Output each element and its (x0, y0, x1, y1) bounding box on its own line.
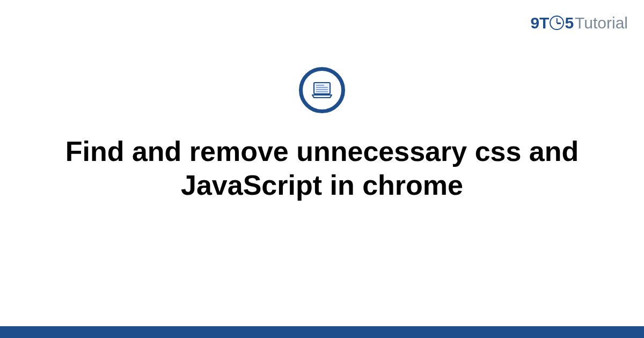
footer-bar (0, 326, 644, 338)
svg-rect-0 (314, 83, 330, 94)
page-title: Find and remove unnecessary css and Java… (0, 135, 644, 203)
brand-text-tutorial: Tutorial (575, 14, 628, 32)
laptop-icon (299, 67, 345, 113)
main-content: Find and remove unnecessary css and Java… (0, 67, 644, 203)
brand-text-9t: 9T (530, 14, 549, 32)
clock-icon (550, 16, 564, 30)
brand-text-5: 5 (565, 14, 574, 32)
brand-logo: 9T 5 Tutorial (530, 14, 628, 32)
